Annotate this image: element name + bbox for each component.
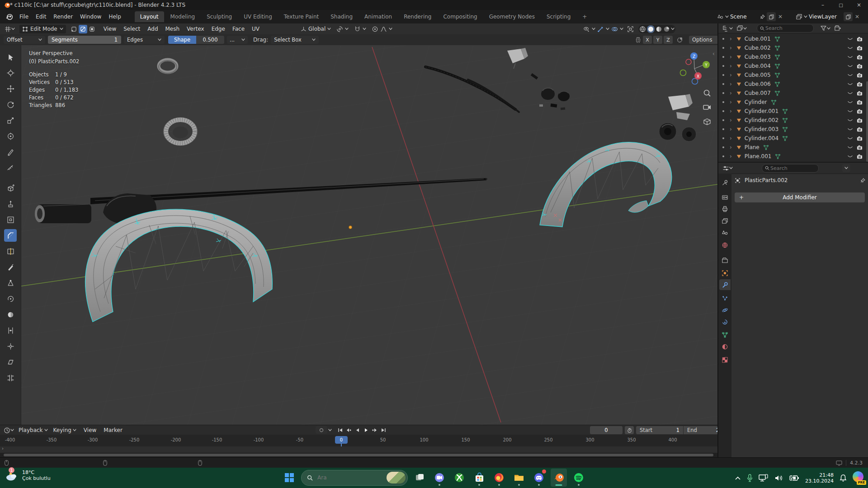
blender-menu-icon[interactable]: [5, 13, 13, 21]
menu-window[interactable]: Window: [76, 12, 105, 22]
tab-tool[interactable]: [719, 177, 731, 188]
maximize-button[interactable]: □: [832, 0, 850, 10]
tool-tweak[interactable]: [4, 51, 17, 63]
xray-toggle-icon[interactable]: [627, 26, 634, 33]
spotify-icon[interactable]: [571, 469, 587, 487]
tool-scale[interactable]: [4, 114, 17, 127]
menu-vertex[interactable]: Vertex: [183, 24, 208, 33]
playback-menu[interactable]: Playback: [19, 427, 48, 433]
tray-expand-icon[interactable]: [735, 476, 741, 480]
tab-render[interactable]: [719, 192, 731, 202]
shading-material-icon[interactable]: [656, 26, 662, 33]
outliner-row[interactable]: ›Plane.001: [718, 152, 868, 161]
tool-rip-region[interactable]: [4, 371, 17, 384]
tab-modeling[interactable]: Modeling: [165, 11, 201, 22]
tab-constraints[interactable]: [719, 317, 731, 328]
shape-value-field[interactable]: 0.500: [196, 36, 224, 44]
navigation-gizmo[interactable]: Z Y X: [676, 49, 712, 87]
object-name[interactable]: Cube.002: [745, 45, 771, 51]
expand-chevron[interactable]: ›: [730, 108, 732, 114]
jump-to-end-button[interactable]: [379, 427, 387, 434]
menu-render[interactable]: Render: [50, 12, 76, 22]
menu-edit[interactable]: Edit: [32, 12, 50, 22]
jump-to-start-button[interactable]: [336, 427, 344, 434]
tool-rotate[interactable]: [4, 98, 17, 111]
render-visibility-icon[interactable]: [857, 81, 863, 87]
frame-start-field[interactable]: Start1: [636, 426, 683, 434]
expand-chevron[interactable]: ›: [730, 54, 732, 60]
tool-spin[interactable]: [4, 292, 17, 305]
hide-toggle-icon[interactable]: [847, 72, 853, 78]
viewlayer-name[interactable]: ViewLayer: [809, 14, 842, 20]
taskbar-search[interactable]: [301, 470, 408, 486]
outliner-row[interactable]: ›Cylinder.004: [718, 134, 868, 143]
tab-modifiers[interactable]: [719, 279, 731, 290]
render-visibility-icon[interactable]: [857, 90, 863, 96]
menu-select[interactable]: Select: [120, 24, 144, 33]
keying-menu[interactable]: Keying: [53, 427, 76, 433]
tab-scripting[interactable]: Scripting: [541, 11, 576, 22]
tab-sculpting[interactable]: Sculpting: [201, 11, 237, 22]
orientation-label[interactable]: Global: [308, 26, 326, 32]
outliner-row[interactable]: ›Cube.002: [718, 43, 868, 52]
new-collection-icon[interactable]: [834, 25, 841, 32]
object-name[interactable]: Cylinder.003: [745, 126, 778, 132]
tab-view-layer[interactable]: [719, 216, 731, 226]
unlink-scene-icon[interactable]: ✕: [777, 14, 783, 20]
falloff-icon[interactable]: [380, 26, 387, 33]
use-preview-range-button[interactable]: [625, 426, 634, 434]
tool-measure[interactable]: [4, 161, 17, 174]
mirror-y-toggle[interactable]: Y: [653, 36, 662, 44]
render-visibility-icon[interactable]: [857, 117, 863, 123]
notification-bell-icon[interactable]: [840, 474, 847, 482]
properties-search-input[interactable]: [769, 165, 812, 172]
tab-scene[interactable]: [719, 227, 731, 238]
menu-face[interactable]: Face: [229, 24, 248, 33]
expand-chevron[interactable]: ›: [730, 81, 732, 87]
render-visibility-icon[interactable]: [857, 72, 863, 78]
xbox-app-icon[interactable]: [451, 469, 467, 487]
tool-shear[interactable]: [4, 356, 17, 368]
copilot-icon[interactable]: PRE: [853, 471, 864, 485]
current-frame-field[interactable]: 0: [590, 426, 623, 434]
task-view-button[interactable]: [411, 469, 428, 487]
expand-chevron[interactable]: ›: [730, 135, 732, 141]
tool-loop-cut[interactable]: [4, 245, 17, 258]
tool-transform[interactable]: [4, 130, 17, 142]
snap-toggle-button[interactable]: [674, 36, 685, 44]
close-button[interactable]: ×: [850, 0, 868, 10]
expand-chevron[interactable]: ›: [730, 144, 732, 150]
expand-chevron[interactable]: ›: [730, 63, 732, 69]
outliner-row[interactable]: ›Cylinder: [718, 98, 868, 107]
viewport-canvas[interactable]: [0, 45, 717, 425]
overlays-toggle-icon[interactable]: [611, 26, 618, 33]
outliner-scrollbar[interactable]: [866, 81, 868, 162]
vertex-select-mode-button[interactable]: [70, 25, 78, 33]
object-name[interactable]: Cylinder.004: [745, 135, 778, 141]
timeline-marker-menu[interactable]: Marker: [100, 426, 126, 435]
offset-type-dropdown[interactable]: Offset: [4, 36, 45, 44]
shading-solid-button[interactable]: [647, 25, 655, 33]
render-visibility-icon[interactable]: [857, 127, 863, 132]
tab-world[interactable]: [719, 239, 731, 250]
tool-shrink-fatten[interactable]: [4, 340, 17, 352]
tool-knife[interactable]: [4, 261, 17, 273]
battery-icon[interactable]: [789, 475, 799, 481]
outliner-row[interactable]: ›Cylinder.002: [718, 116, 868, 125]
bing-daily-image[interactable]: [387, 472, 406, 483]
hide-toggle-icon[interactable]: [847, 36, 853, 42]
scrollbar-thumb[interactable]: [4, 454, 713, 456]
timeline-tracks[interactable]: ›: [0, 446, 717, 453]
expand-chevron[interactable]: ›: [730, 90, 732, 96]
start-button[interactable]: [281, 469, 297, 487]
region-collapse-arrow[interactable]: ‹: [712, 51, 715, 57]
hide-toggle-icon[interactable]: [847, 54, 853, 60]
object-name[interactable]: Plane: [745, 144, 760, 150]
tool-extrude[interactable]: [4, 197, 17, 210]
object-name[interactable]: Cylinder.001: [745, 108, 778, 114]
expand-chevron[interactable]: ›: [730, 153, 732, 160]
timeline-ruler[interactable]: -400 -350 -300 -250 -200 -150 -100 -50 5…: [0, 435, 717, 446]
outliner-row[interactable]: ›Cube.004: [718, 61, 868, 70]
microsoft-store-icon[interactable]: [471, 469, 487, 487]
render-visibility-icon[interactable]: [857, 63, 863, 69]
